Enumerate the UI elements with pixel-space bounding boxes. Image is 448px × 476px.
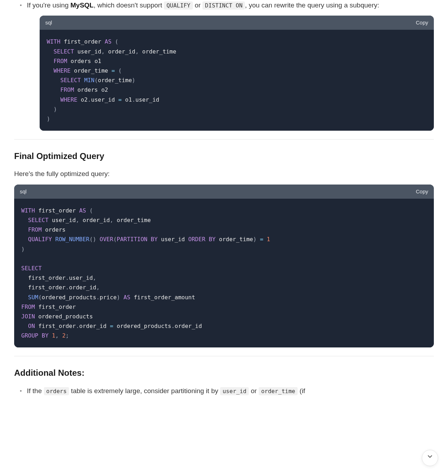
code-lang-label: sql (20, 187, 27, 196)
code-body: WITH first_order AS ( SELECT user_id, or… (14, 199, 434, 348)
text: , you can rewrite the query using a subq… (245, 1, 379, 9)
text: , which doesn't support (93, 1, 164, 9)
text: If the (27, 387, 44, 395)
inline-code-order-time: order_time (259, 387, 298, 395)
text: or (193, 1, 202, 9)
notes-bullet-list: If the orders table is extremely large, … (14, 386, 434, 396)
divider (14, 139, 434, 140)
copy-button[interactable]: Copy (416, 18, 428, 27)
code-block-final-query: sql Copy WITH first_order AS ( SELECT us… (14, 185, 434, 348)
code-header: sql Copy (40, 16, 434, 30)
text: If you're using (27, 1, 70, 9)
code-block-mysql-rewrite: sql Copy WITH first_order AS ( SELECT us… (40, 16, 434, 131)
heading-final-optimized: Final Optimized Query (14, 149, 434, 163)
text: (if (298, 387, 305, 395)
intro-bullet-list: If you're using MySQL, which doesn't sup… (14, 0, 434, 131)
code-body: WITH first_order AS ( SELECT user_id, or… (40, 30, 434, 131)
para-final-optimized: Here's the fully optimized query: (14, 169, 434, 179)
inline-code-orders: orders (44, 387, 69, 395)
text: table is extremely large, consider parti… (69, 387, 220, 395)
text: or (249, 387, 258, 395)
divider (14, 356, 434, 356)
notes-bullet: If the orders table is extremely large, … (27, 386, 434, 396)
intro-bullet: If you're using MySQL, which doesn't sup… (27, 0, 434, 131)
inline-code-distinct-on: DISTINCT ON (202, 1, 245, 10)
code-header: sql Copy (14, 185, 434, 199)
inline-code-qualify: QUALIFY (164, 1, 193, 10)
code-lang-label: sql (45, 18, 52, 27)
heading-additional-notes: Additional Notes: (14, 366, 434, 380)
mysql-label: MySQL (70, 1, 93, 9)
inline-code-user-id: user_id (220, 387, 249, 395)
copy-button[interactable]: Copy (416, 187, 428, 196)
